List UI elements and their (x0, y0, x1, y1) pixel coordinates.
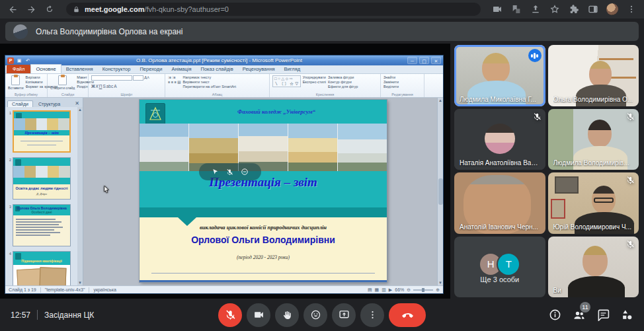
sorter-view-icon[interactable]: ▦ (375, 287, 380, 293)
grow-font-icon[interactable]: A˄ (144, 75, 149, 81)
bullets-icon[interactable]: ⁝≡ ⁝≡ (168, 75, 181, 79)
ribbon-command[interactable]: Замінити (383, 80, 399, 84)
thumbnail-slide-4[interactable]: Підвищення кваліфікації (13, 251, 71, 285)
ribbon-tab[interactable]: Основне (30, 64, 61, 73)
meeting-details-button[interactable] (549, 309, 561, 321)
zoom-in-icon[interactable]: ⊕ (436, 287, 440, 293)
ribbon-command[interactable]: Напрямок тексту (182, 75, 236, 79)
shapes-gallery[interactable]: □ ○ △ ⬦ ⇨〵 〔 〕 ☆ ▽ (272, 75, 301, 87)
current-slide[interactable]: Фаховий коледж „Універсум“ Презентація –… (140, 100, 387, 282)
font-color-icon[interactable]: А (114, 84, 116, 89)
zoom-slider[interactable] (413, 289, 433, 291)
side-panel-icon[interactable] (587, 3, 599, 15)
present-button[interactable] (332, 303, 356, 327)
shadow-icon[interactable]: S (102, 84, 105, 89)
ribbon-command[interactable]: Вирівняти текст (182, 80, 236, 84)
slide-number: 1 (7, 110, 11, 153)
thumbnail-slide-3[interactable]: Орлова Ольга Володимирівна Особисті дані (13, 204, 71, 246)
ribbon-tab[interactable]: Файл (7, 65, 30, 73)
participant-tile-6[interactable]: Юрій Володимирович Ч... (548, 172, 639, 234)
group-label-drawing: Креслення (270, 92, 380, 96)
font-size-box[interactable] (133, 75, 143, 81)
normal-view-icon[interactable]: ▤ (368, 287, 372, 293)
new-slide-button[interactable]: Створити слайд (50, 75, 75, 90)
share-icon[interactable] (530, 3, 542, 15)
slide-teal-section: Фаховий коледж „Універсум“ Презентація –… (140, 100, 387, 207)
slideshow-icon[interactable]: ▶ (389, 287, 392, 293)
thumbnail-slide-2[interactable]: Освіта додає людям гідності Д. Дідро (13, 157, 71, 200)
ribbon-tab[interactable]: Переходи (135, 65, 167, 73)
reload-icon[interactable] (44, 3, 56, 15)
save-icon[interactable]: ▣ (16, 57, 22, 64)
overflow-tile[interactable]: Н Т Ще 3 особи (454, 237, 545, 298)
ribbon-command[interactable]: Перетворити на об'єкт SmartArt (182, 85, 236, 89)
activities-button[interactable] (621, 309, 633, 321)
reading-view-icon[interactable]: ▥ (382, 287, 386, 293)
browser-toolbar: meet.google.com/fvh-qkun-sby?authuser=0 (0, 0, 644, 18)
undo-icon[interactable]: ↶ (24, 57, 31, 64)
participant-tile-5[interactable]: Анатолій Іванович Черн... (454, 172, 545, 234)
ribbon-command[interactable]: Упорядкувати (303, 75, 326, 79)
campus-photo (140, 124, 189, 171)
ribbon-tab[interactable]: Вставлення (61, 65, 98, 73)
close-pane-icon[interactable]: ✕ (75, 100, 81, 107)
zoom-out-icon[interactable]: ⊖ (407, 287, 411, 293)
slide-counter: Слайд 1 з 19 (9, 287, 36, 292)
people-panel-button[interactable]: 11 (573, 309, 586, 322)
ribbon-command[interactable]: Контур фігури (328, 80, 358, 84)
camera-toggle-button[interactable] (247, 303, 270, 327)
align-icons[interactable]: ≡ ≡ ≡ ▤ (168, 80, 181, 84)
forward-icon[interactable] (25, 3, 37, 15)
close-icon[interactable]: ✕ (431, 57, 441, 64)
italic-icon[interactable]: К (96, 84, 99, 89)
ribbon-tab[interactable]: Анімація (167, 65, 196, 73)
raise-hand-button[interactable] (275, 303, 299, 327)
thumb1-title: Презентація – звіт (14, 131, 69, 135)
minimize-icon[interactable]: ─ (407, 57, 417, 64)
extensions-icon[interactable] (568, 3, 580, 15)
chat-panel-button[interactable] (597, 309, 610, 321)
ribbon-command[interactable]: Ефекти для фігур (328, 85, 358, 89)
editor-scrollbar[interactable]: ▲▼ (437, 98, 443, 285)
ribbon-command[interactable]: Знайти (383, 75, 399, 79)
participant-tile-4[interactable]: Людмила Володимирів... (548, 109, 639, 170)
tab-slides[interactable]: Слайди (7, 100, 33, 107)
ribbon-group-slides: Створити слайд МакетВідновитиРозділ Слай… (48, 74, 89, 97)
ribbon-tab[interactable]: Конструктор (98, 65, 136, 73)
tab-outline[interactable]: Структура (34, 101, 64, 107)
participant-tile-1[interactable]: Людмила Миколаївна Г... (454, 45, 545, 106)
mic-toggle-button[interactable] (218, 303, 242, 327)
translate-icon[interactable] (510, 3, 522, 15)
maximize-icon[interactable]: ▢ (419, 57, 429, 64)
ribbon-command[interactable]: Заливка фігури (328, 75, 358, 79)
language-indicator[interactable]: українська (93, 287, 116, 292)
thumbnail-slide-1[interactable]: Презентація – звіт (13, 110, 71, 153)
font-name-box[interactable] (91, 75, 132, 81)
ribbon-command[interactable]: Експрес-стилі (303, 80, 326, 84)
shared-screen[interactable]: P ▣ ↶ О.В. Орлова атестація.ppt [Режим с… (0, 44, 450, 299)
campus-photo (288, 124, 338, 171)
participant-tile-3[interactable]: Наталія Анатоліївна Вар... (454, 109, 545, 170)
camera-in-use-icon[interactable] (491, 3, 503, 15)
address-bar[interactable]: meet.google.com/fvh-qkun-sby?authuser=0 (66, 3, 481, 16)
bookmark-star-icon[interactable] (549, 3, 561, 15)
back-icon[interactable] (7, 3, 19, 15)
profile-avatar[interactable] (606, 3, 618, 15)
browser-menu-icon[interactable] (625, 3, 637, 15)
pane-scrollbar[interactable]: ▲▼ (77, 107, 83, 285)
ribbon-tab[interactable]: Показ слайдів (196, 65, 238, 73)
more-options-button[interactable] (360, 303, 384, 327)
underline-icon[interactable]: П (99, 84, 102, 89)
strikethrough-icon[interactable]: abc (106, 84, 113, 89)
ribbon-command[interactable]: Виділити (383, 85, 399, 89)
reactions-button[interactable] (303, 303, 327, 327)
end-call-button[interactable] (389, 303, 426, 327)
meet-presenting-pill[interactable] (199, 163, 261, 180)
paste-button[interactable]: Вставити (8, 75, 24, 90)
participant-tile-2[interactable]: Ольга Володимирівна О... (548, 45, 639, 106)
bold-icon[interactable]: Ж (91, 84, 95, 89)
ribbon-tab[interactable]: Рецензування (238, 65, 280, 73)
self-tile[interactable]: Ви (548, 237, 639, 298)
ribbon-tab[interactable]: Вигляд (280, 65, 305, 73)
slide-rule-line (151, 273, 375, 274)
